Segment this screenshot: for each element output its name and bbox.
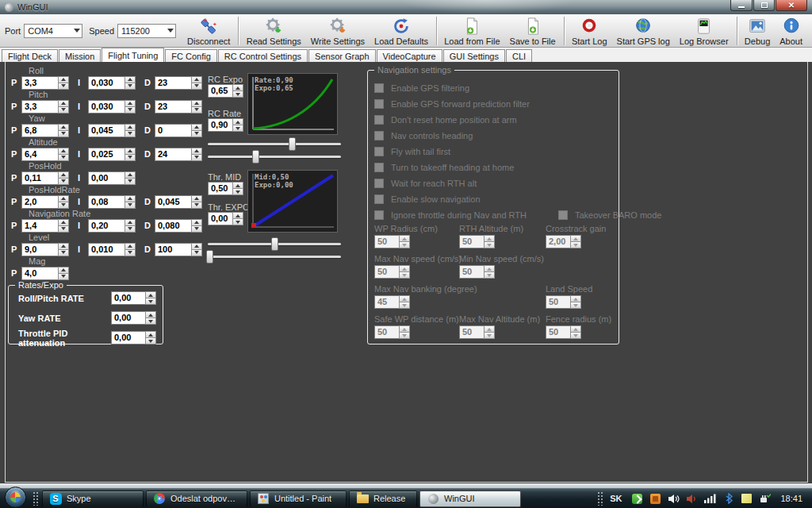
rc-slider-lower[interactable] bbox=[208, 150, 341, 164]
pid-p-field[interactable]: 4,0 bbox=[21, 267, 69, 280]
spinner[interactable] bbox=[58, 76, 69, 90]
spinner[interactable] bbox=[124, 171, 136, 185]
orange-app-icon[interactable] bbox=[649, 492, 662, 506]
pid-d-field[interactable]: 0,045 bbox=[155, 195, 202, 209]
slider-thumb[interactable] bbox=[252, 150, 259, 164]
slider-track[interactable] bbox=[208, 143, 341, 145]
spinner[interactable] bbox=[232, 118, 243, 132]
spin-up-button[interactable] bbox=[191, 124, 202, 131]
slider-thumb[interactable] bbox=[206, 250, 213, 264]
spinner[interactable] bbox=[191, 243, 202, 256]
spin-up-button[interactable] bbox=[145, 291, 156, 298]
field-value[interactable]: 0,65 bbox=[208, 84, 232, 98]
tab-sensor-graph[interactable]: Sensor Graph bbox=[308, 49, 375, 62]
spin-up-button[interactable] bbox=[58, 148, 69, 155]
spin-down-button[interactable] bbox=[124, 131, 136, 137]
field-value[interactable]: 23 bbox=[155, 100, 191, 114]
pid-d-field[interactable]: 24 bbox=[155, 148, 202, 161]
spinner[interactable] bbox=[124, 124, 136, 137]
rates-expo-field[interactable]: 0,00 bbox=[111, 291, 156, 305]
pid-d-field[interactable]: 23 bbox=[155, 76, 202, 90]
spin-down-button[interactable] bbox=[58, 250, 69, 256]
language-indicator[interactable]: SK bbox=[610, 494, 622, 503]
spin-down-button[interactable] bbox=[124, 250, 136, 256]
rc-rate-field[interactable]: 0,90 bbox=[208, 118, 243, 132]
spinner[interactable] bbox=[191, 76, 202, 90]
spin-up-button[interactable] bbox=[124, 148, 136, 155]
taskbar-button-explorer[interactable]: Release bbox=[349, 491, 417, 507]
notes-icon[interactable] bbox=[740, 492, 753, 506]
spinner[interactable] bbox=[58, 148, 69, 161]
remove-hardware-icon[interactable] bbox=[758, 492, 772, 506]
field-value[interactable]: 0,00 bbox=[208, 212, 232, 225]
spin-up-button[interactable] bbox=[124, 171, 136, 179]
spin-up-button[interactable] bbox=[191, 243, 202, 250]
spinner[interactable] bbox=[58, 267, 69, 280]
spin-down-button[interactable] bbox=[232, 125, 243, 132]
tab-cli[interactable]: CLI bbox=[506, 49, 532, 62]
pid-i-field[interactable]: 0,045 bbox=[88, 124, 136, 137]
spin-down-button[interactable] bbox=[191, 226, 202, 233]
field-value[interactable]: 6,4 bbox=[21, 148, 58, 161]
spinner[interactable] bbox=[58, 171, 69, 185]
field-value[interactable]: 0,025 bbox=[88, 148, 124, 161]
field-value[interactable]: 0,030 bbox=[88, 100, 124, 114]
field-value[interactable]: 0,00 bbox=[111, 291, 145, 305]
spin-up-button[interactable] bbox=[124, 219, 136, 226]
log-browser-button[interactable]: Log Browser bbox=[675, 15, 733, 47]
spin-up-button[interactable] bbox=[232, 212, 243, 219]
field-value[interactable]: 9,0 bbox=[21, 243, 58, 256]
spin-up-button[interactable] bbox=[191, 148, 202, 155]
pid-p-field[interactable]: 3,3 bbox=[21, 100, 69, 114]
spinner[interactable] bbox=[232, 84, 243, 98]
volume-icon[interactable] bbox=[667, 492, 680, 506]
pid-i-field[interactable]: 0,20 bbox=[88, 219, 136, 233]
spin-down-button[interactable] bbox=[58, 107, 69, 114]
tab-videocapture[interactable]: VideoCapture bbox=[377, 49, 442, 62]
slider-thumb[interactable] bbox=[289, 137, 296, 151]
spin-up-button[interactable] bbox=[58, 219, 69, 226]
taskbar-button-paint[interactable]: Untitled - Paint bbox=[250, 491, 347, 507]
spin-up-button[interactable] bbox=[58, 100, 69, 107]
field-value[interactable]: 0,030 bbox=[88, 76, 124, 90]
spinner[interactable] bbox=[124, 219, 136, 233]
title-bar[interactable]: WinGUI ✕ bbox=[0, 0, 812, 14]
spin-down-button[interactable] bbox=[58, 131, 69, 137]
spin-up-button[interactable] bbox=[58, 171, 69, 179]
tab-fc-config[interactable]: FC Config bbox=[165, 49, 217, 62]
load-from-file-button[interactable]: Load from File bbox=[439, 15, 504, 47]
speed-select[interactable]: 115200 bbox=[117, 24, 176, 38]
spinner[interactable] bbox=[58, 195, 69, 209]
save-to-file-button[interactable]: Save to File bbox=[505, 15, 561, 47]
field-value[interactable]: 0,20 bbox=[88, 219, 124, 233]
green-call-icon[interactable] bbox=[630, 492, 644, 506]
pid-i-field[interactable]: 0,030 bbox=[88, 100, 136, 114]
spin-down-button[interactable] bbox=[58, 274, 69, 280]
spinner[interactable] bbox=[191, 148, 202, 161]
field-value[interactable]: 0 bbox=[155, 124, 191, 137]
spin-down-button[interactable] bbox=[58, 179, 69, 185]
clock[interactable]: 18:41 bbox=[780, 494, 802, 503]
spinner[interactable] bbox=[232, 212, 243, 225]
pid-p-field[interactable]: 6,8 bbox=[21, 124, 69, 137]
slider-track[interactable] bbox=[208, 256, 341, 258]
disconnect-button[interactable]: Disconnect bbox=[182, 15, 235, 47]
spinner[interactable] bbox=[191, 219, 202, 233]
spin-up-button[interactable] bbox=[58, 124, 69, 131]
muted-volume-icon[interactable] bbox=[685, 492, 699, 506]
spin-up-button[interactable] bbox=[232, 118, 243, 125]
start-button[interactable] bbox=[5, 487, 26, 508]
load-defaults-button[interactable]: Load Defaults bbox=[370, 15, 433, 47]
rc-slider-upper[interactable] bbox=[208, 137, 341, 151]
spin-up-button[interactable] bbox=[232, 182, 243, 189]
spinner[interactable] bbox=[191, 195, 202, 209]
spinner[interactable] bbox=[58, 243, 69, 256]
field-value[interactable]: 0,08 bbox=[88, 195, 124, 209]
taskbar-button-wingui[interactable]: WinGUI bbox=[419, 491, 521, 507]
close-button[interactable]: ✕ bbox=[776, 0, 807, 11]
pid-i-field[interactable]: 0,010 bbox=[88, 243, 136, 256]
spinner[interactable] bbox=[124, 76, 136, 90]
field-value[interactable]: 0,00 bbox=[111, 311, 145, 325]
pid-p-field[interactable]: 9,0 bbox=[21, 243, 69, 256]
spin-down-button[interactable] bbox=[145, 338, 156, 344]
